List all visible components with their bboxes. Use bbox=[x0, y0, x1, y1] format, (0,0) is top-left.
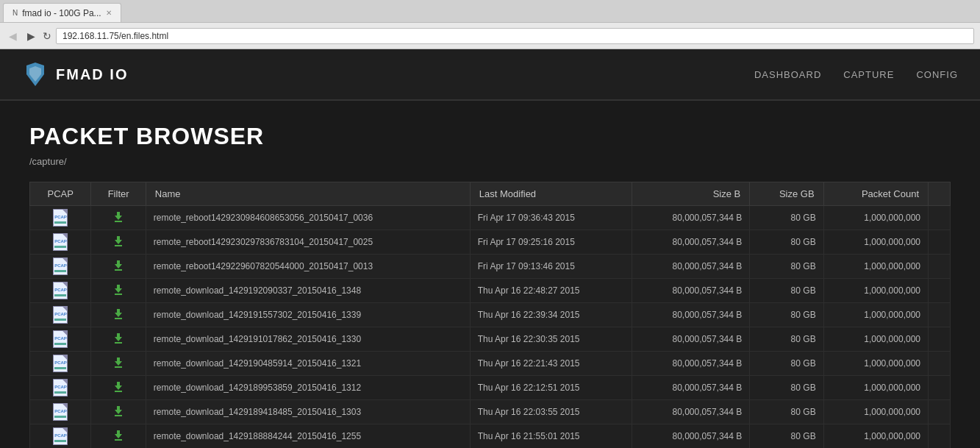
pcap-icon[interactable]: PCAP bbox=[53, 355, 68, 372]
name-cell: remote_download_1429191557302_20150416_1… bbox=[146, 303, 470, 327]
browser-chrome: N fmad io - 100G Pa... ✕ ◀ ▶ ↻ bbox=[0, 0, 980, 49]
url-field[interactable] bbox=[56, 28, 974, 44]
svg-rect-7 bbox=[115, 269, 122, 271]
pcap-icon[interactable]: PCAP bbox=[53, 379, 68, 397]
size-b-cell: 80,000,057,344 B bbox=[632, 327, 750, 352]
nav-config[interactable]: CONFIG bbox=[916, 69, 958, 80]
pcap-icon[interactable]: PCAP bbox=[53, 209, 68, 227]
packet-count-cell: 1,000,000,000 bbox=[823, 400, 928, 424]
extra-cell bbox=[929, 279, 951, 303]
svg-marker-4 bbox=[115, 236, 122, 244]
extra-cell bbox=[929, 424, 951, 449]
filter-cell bbox=[91, 279, 146, 303]
logo-icon bbox=[22, 61, 49, 88]
download-icon[interactable] bbox=[112, 380, 125, 394]
pcap-cell: PCAP bbox=[30, 376, 91, 400]
svg-rect-15 bbox=[115, 366, 122, 368]
pcap-icon[interactable]: PCAP bbox=[53, 403, 68, 421]
last-modified-cell: Thu Apr 16 22:48:27 2015 bbox=[470, 279, 632, 303]
pcap-icon[interactable]: PCAP bbox=[53, 330, 68, 348]
nav-dashboard[interactable]: DASHBOARD bbox=[754, 69, 821, 80]
logo-text: FMAD IO bbox=[56, 66, 128, 83]
last-modified-cell: Fri Apr 17 09:25:16 2015 bbox=[470, 230, 632, 255]
filter-cell bbox=[91, 230, 146, 255]
main-content: PACKET BROWSER /capture/ PCAP Filter Nam… bbox=[0, 101, 980, 448]
filter-cell bbox=[91, 327, 146, 352]
pcap-icon[interactable]: PCAP bbox=[53, 306, 68, 324]
col-header-packet-count: Packet Count bbox=[823, 182, 928, 206]
browser-tab[interactable]: N fmad io - 100G Pa... ✕ bbox=[3, 3, 121, 22]
name-cell: remote_download_1429189418485_20150416_1… bbox=[146, 400, 470, 424]
last-modified-cell: Thu Apr 16 22:21:43 2015 bbox=[470, 352, 632, 376]
size-b-cell: 80,000,057,344 B bbox=[632, 376, 750, 400]
svg-marker-8 bbox=[115, 285, 122, 293]
download-icon[interactable] bbox=[112, 283, 125, 296]
pcap-icon[interactable]: PCAP bbox=[53, 427, 68, 445]
extra-cell bbox=[929, 206, 951, 230]
size-b-cell: 80,000,057,344 B bbox=[632, 279, 750, 303]
download-icon[interactable] bbox=[112, 405, 125, 418]
packet-count-cell: 1,000,000,000 bbox=[823, 230, 928, 255]
col-header-pcap: PCAP bbox=[30, 182, 91, 206]
close-tab-button[interactable]: ✕ bbox=[106, 9, 112, 17]
table-header-row: PCAP Filter Name Last Modified Size B Si… bbox=[30, 182, 951, 206]
name-cell: remote_download_1429189953859_20150416_1… bbox=[146, 376, 470, 400]
breadcrumb: /capture/ bbox=[29, 156, 951, 167]
filter-cell bbox=[91, 400, 146, 424]
page-title: PACKET BROWSER bbox=[29, 123, 951, 150]
packet-count-cell: 1,000,000,000 bbox=[823, 255, 928, 279]
svg-rect-9 bbox=[115, 294, 122, 295]
download-icon[interactable] bbox=[112, 307, 125, 321]
forward-button[interactable]: ▶ bbox=[24, 29, 38, 43]
files-table: PCAP Filter Name Last Modified Size B Si… bbox=[29, 182, 951, 448]
download-icon[interactable] bbox=[112, 356, 125, 369]
size-b-cell: 80,000,057,344 B bbox=[632, 424, 750, 449]
svg-marker-14 bbox=[115, 358, 122, 366]
pcap-cell: PCAP bbox=[30, 400, 91, 424]
svg-marker-12 bbox=[115, 333, 122, 341]
table-row: PCAP remote_reboot1429229607820544000_20… bbox=[30, 255, 951, 279]
tab-title: fmad io - 100G Pa... bbox=[22, 8, 101, 18]
last-modified-cell: Thu Apr 16 21:55:01 2015 bbox=[470, 424, 632, 449]
refresh-button[interactable]: ↻ bbox=[43, 30, 51, 42]
col-header-extra bbox=[929, 182, 951, 206]
svg-rect-21 bbox=[115, 439, 122, 441]
download-icon[interactable] bbox=[112, 210, 125, 224]
extra-cell bbox=[929, 327, 951, 352]
address-bar: ◀ ▶ ↻ bbox=[0, 22, 980, 49]
last-modified-cell: Thu Apr 16 22:30:35 2015 bbox=[470, 327, 632, 352]
table-row: PCAP remote_download_1429191557302_20150… bbox=[30, 303, 951, 327]
name-cell: remote_download_1429190485914_20150416_1… bbox=[146, 352, 470, 376]
pcap-icon[interactable]: PCAP bbox=[53, 282, 68, 299]
pcap-cell: PCAP bbox=[30, 279, 91, 303]
download-icon[interactable] bbox=[112, 235, 125, 248]
size-gb-cell: 80 GB bbox=[750, 255, 823, 279]
svg-marker-6 bbox=[115, 260, 122, 269]
back-button[interactable]: ◀ bbox=[6, 29, 20, 43]
table-row: PCAP remote_download_1429190485914_20150… bbox=[30, 352, 951, 376]
pcap-icon[interactable]: PCAP bbox=[53, 257, 68, 275]
name-cell: remote_download_1429188884244_20150416_1… bbox=[146, 424, 470, 449]
nav-capture[interactable]: CAPTURE bbox=[843, 69, 894, 80]
col-header-filter: Filter bbox=[91, 182, 146, 206]
size-gb-cell: 80 GB bbox=[750, 376, 823, 400]
filter-cell bbox=[91, 303, 146, 327]
svg-marker-20 bbox=[115, 430, 122, 438]
logo-area: FMAD IO bbox=[22, 61, 128, 88]
svg-rect-5 bbox=[115, 245, 122, 246]
packet-count-cell: 1,000,000,000 bbox=[823, 303, 928, 327]
tab-favicon: N bbox=[12, 9, 18, 17]
last-modified-cell: Thu Apr 16 22:03:55 2015 bbox=[470, 400, 632, 424]
download-icon[interactable] bbox=[112, 259, 125, 272]
download-icon[interactable] bbox=[112, 429, 125, 442]
filter-cell bbox=[91, 255, 146, 279]
download-icon[interactable] bbox=[112, 332, 125, 345]
pcap-icon[interactable]: PCAP bbox=[53, 233, 68, 251]
extra-cell bbox=[929, 303, 951, 327]
main-nav: DASHBOARD CAPTURE CONFIG bbox=[754, 69, 958, 80]
size-gb-cell: 80 GB bbox=[750, 206, 823, 230]
tab-bar: N fmad io - 100G Pa... ✕ bbox=[0, 0, 980, 22]
name-cell: remote_reboot1429229607820544000_2015041… bbox=[146, 255, 470, 279]
packet-count-cell: 1,000,000,000 bbox=[823, 376, 928, 400]
last-modified-cell: Fri Apr 17 09:13:46 2015 bbox=[470, 255, 632, 279]
